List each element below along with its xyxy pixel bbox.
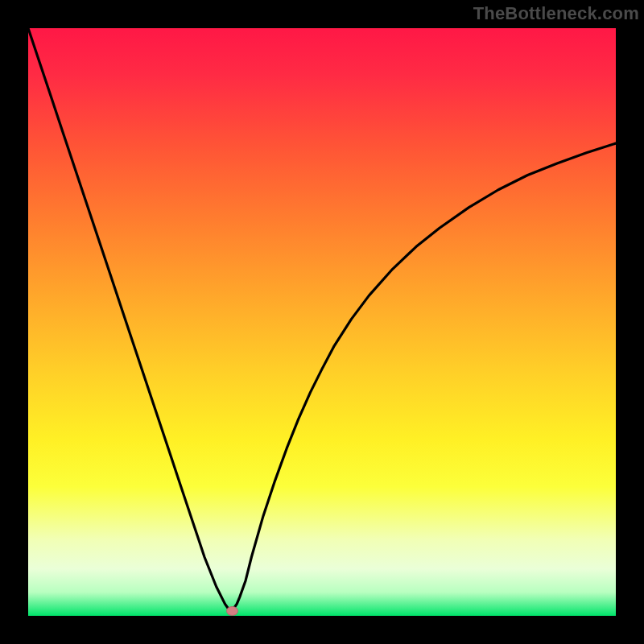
marker-dot: [226, 606, 238, 616]
watermark-text: TheBottleneck.com: [473, 3, 639, 24]
curve-layer: [28, 28, 616, 616]
plot-area: [28, 28, 616, 616]
chart-frame: TheBottleneck.com: [0, 0, 644, 644]
